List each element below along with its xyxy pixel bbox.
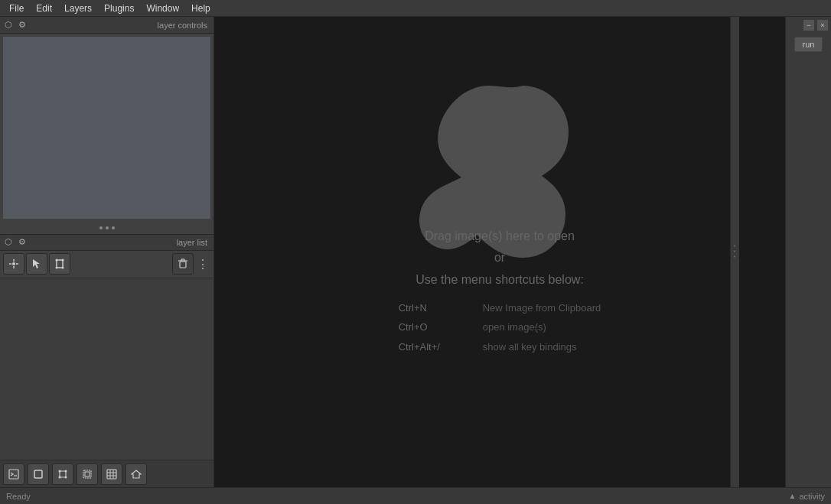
canvas-area[interactable]: Drag image(s) here to open or Use the me… (214, 17, 785, 487)
layer-lock-icon[interactable]: ⬡ (3, 237, 14, 248)
svg-rect-18 (60, 471, 66, 477)
delete-layer-button[interactable] (172, 253, 194, 275)
svg-point-21 (59, 476, 61, 478)
right-panel-handle[interactable]: ··· (730, 17, 739, 487)
shortcut-row-new: Ctrl+N New Image from Clipboard (399, 299, 601, 317)
settings-icon[interactable]: ⚙ (17, 20, 28, 31)
handle-dots-icon: ··· (727, 244, 743, 260)
activity-icon: ▲ (788, 492, 796, 500)
dot-3 (112, 226, 115, 229)
svg-point-9 (62, 267, 64, 269)
shortcut-desc-open: open image(s) (483, 319, 546, 337)
shortcut-key-new: Ctrl+N (399, 299, 468, 317)
menu-help[interactable]: Help (185, 2, 217, 15)
svg-rect-10 (180, 262, 186, 268)
panel-close-row: − × (789, 20, 828, 31)
main-layout: ⬡ ⚙ layer controls ⬡ ⚙ layer list (0, 17, 831, 487)
right-panel: − × run (785, 17, 831, 487)
lock-icon[interactable]: ⬡ (3, 20, 14, 31)
svg-point-7 (62, 259, 64, 262)
object-button[interactable] (52, 463, 73, 485)
menu-window[interactable]: Window (140, 2, 185, 15)
svg-point-6 (56, 259, 58, 262)
panel-minimize-button[interactable]: − (803, 20, 814, 31)
menu-edit[interactable]: Edit (30, 2, 58, 15)
svg-rect-24 (85, 472, 90, 476)
more-options-button[interactable]: ⋮ (195, 253, 210, 275)
layer-list-area (0, 278, 213, 460)
logo-blob (416, 63, 584, 264)
shortcut-key-open: Ctrl+O (399, 319, 468, 337)
layer-controls-header: ⬡ ⚙ layer controls (0, 17, 213, 34)
select-tool-button[interactable] (26, 253, 47, 275)
dot-1 (99, 226, 103, 229)
svg-marker-30 (132, 470, 141, 478)
shortcut-row-bindings: Ctrl+Alt+/ show all key bindings (399, 338, 601, 356)
canvas-preview[interactable] (3, 37, 210, 219)
layer-list-header: ⬡ ⚙ layer list (0, 234, 213, 251)
svg-point-19 (59, 470, 61, 472)
run-button[interactable]: run (794, 37, 823, 52)
activity-area[interactable]: ▲ activity (788, 492, 825, 501)
shortcuts-list: Ctrl+N New Image from Clipboard Ctrl+O o… (399, 299, 601, 356)
shortcut-desc-new: New Image from Clipboard (483, 299, 601, 317)
layer-toolbar: ⋮ (0, 251, 213, 278)
shortcut-key-bindings: Ctrl+Alt+/ (399, 338, 468, 356)
svg-point-20 (65, 470, 67, 472)
menu-bar: File Edit Layers Plugins Window Help (0, 0, 831, 17)
shortcut-desc-bindings: show all key bindings (483, 338, 577, 356)
transform-button[interactable] (77, 463, 98, 485)
svg-point-8 (56, 267, 58, 269)
svg-point-22 (65, 476, 67, 478)
home-button[interactable] (125, 463, 147, 485)
dot-2 (106, 226, 109, 229)
panel-close-button[interactable]: × (817, 20, 828, 31)
layer-controls-label: layer controls (31, 21, 210, 30)
outline-tool-button[interactable] (49, 253, 70, 275)
layer-settings-icon[interactable]: ⚙ (17, 237, 28, 248)
activity-label: activity (799, 492, 825, 501)
rect-button[interactable] (28, 463, 49, 485)
status-ready-text: Ready (6, 492, 788, 501)
welcome-line3: Use the menu shortcuts below: (399, 270, 601, 292)
dots-row (0, 222, 213, 234)
layer-list-label: layer list (31, 238, 210, 247)
status-bar: Ready ▲ activity (0, 487, 831, 504)
menu-plugins[interactable]: Plugins (98, 2, 140, 15)
grid-button[interactable] (101, 463, 122, 485)
shortcut-row-open: Ctrl+O open image(s) (399, 319, 601, 337)
console-button[interactable] (3, 463, 24, 485)
bottom-toolbar (0, 460, 213, 487)
svg-marker-5 (33, 259, 40, 268)
svg-rect-25 (107, 470, 116, 479)
svg-rect-17 (34, 470, 42, 478)
menu-layers[interactable]: Layers (58, 2, 98, 15)
transform-tool-button[interactable] (3, 253, 24, 275)
menu-file[interactable]: File (3, 2, 30, 15)
left-panel: ⬡ ⚙ layer controls ⬡ ⚙ layer list (0, 17, 214, 487)
svg-point-0 (12, 262, 15, 265)
